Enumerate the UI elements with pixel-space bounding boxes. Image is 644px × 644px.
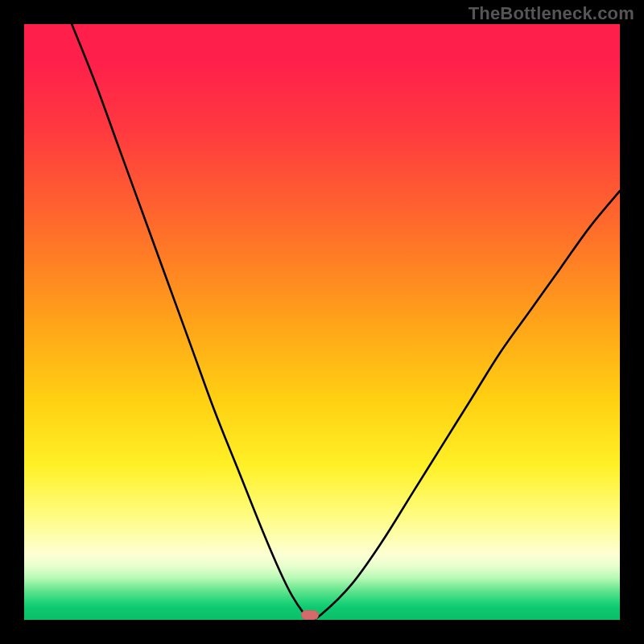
curve-path xyxy=(72,24,620,620)
plot-area xyxy=(24,24,620,620)
watermark-text: TheBottleneck.com xyxy=(469,3,634,24)
bottleneck-curve xyxy=(24,24,620,620)
chart-frame: TheBottleneck.com xyxy=(0,0,644,644)
optimal-point-marker xyxy=(301,610,319,620)
